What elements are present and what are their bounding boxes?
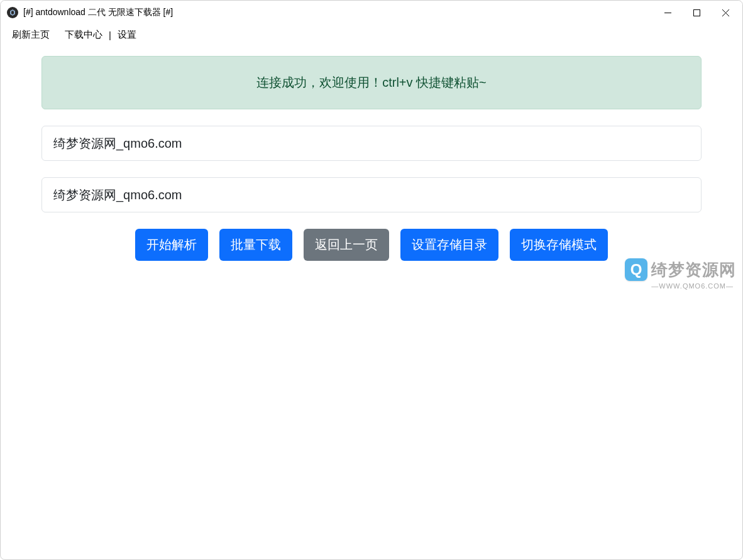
titlebar: [#] antdownload 二代 无限速下载器 [#]	[1, 1, 742, 25]
button-row: 开始解析 批量下载 返回上一页 设置存储目录 切换存储模式	[41, 229, 702, 261]
close-button[interactable]	[711, 3, 740, 23]
svg-rect-1	[693, 9, 700, 16]
switch-storage-mode-button[interactable]: 切换存储模式	[510, 229, 608, 261]
start-parse-button[interactable]: 开始解析	[135, 229, 208, 261]
maximize-icon	[693, 9, 700, 16]
menubar: 刷新主页 下载中心 | 设置	[1, 25, 742, 45]
menu-download-center[interactable]: 下载中心	[62, 28, 105, 42]
window-title: [#] antdownload 二代 无限速下载器 [#]	[23, 7, 653, 18]
set-storage-dir-button[interactable]: 设置存储目录	[400, 229, 498, 261]
app-window: [#] antdownload 二代 无限速下载器 [#] 刷新主页 下载中心 …	[0, 0, 743, 560]
close-icon	[722, 9, 729, 16]
window-controls	[653, 3, 740, 23]
go-back-button[interactable]: 返回上一页	[304, 229, 389, 261]
menu-separator: |	[107, 30, 113, 40]
menu-settings[interactable]: 设置	[115, 28, 139, 42]
url-input-2[interactable]	[41, 177, 702, 212]
status-alert: 连接成功，欢迎使用！ctrl+v 快捷键粘贴~	[41, 56, 702, 109]
watermark-logo-icon: Q	[625, 258, 647, 281]
watermark: Q 绮梦资源网 —WWW.QMO6.COM—	[625, 258, 736, 290]
maximize-button[interactable]	[682, 3, 711, 23]
menu-refresh[interactable]: 刷新主页	[9, 28, 52, 42]
watermark-main: Q 绮梦资源网	[625, 258, 736, 281]
app-icon	[7, 7, 18, 18]
watermark-text: 绮梦资源网	[651, 259, 736, 281]
batch-download-button[interactable]: 批量下载	[219, 229, 292, 261]
minimize-button[interactable]	[653, 3, 682, 23]
minimize-icon	[664, 9, 671, 16]
watermark-subtext: —WWW.QMO6.COM—	[651, 282, 736, 290]
content-area: 连接成功，欢迎使用！ctrl+v 快捷键粘贴~ 开始解析 批量下载 返回上一页 …	[1, 45, 742, 559]
url-input-1[interactable]	[41, 126, 702, 161]
